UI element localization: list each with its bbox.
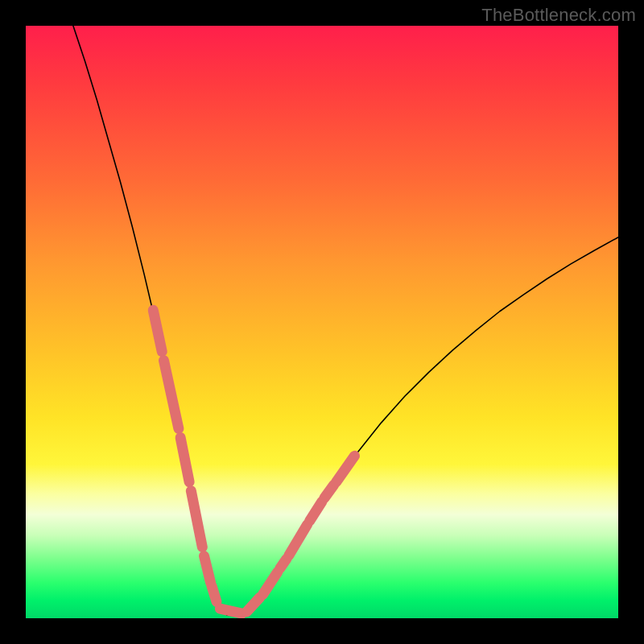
marker-dash (247, 597, 260, 612)
marker-dash (324, 485, 334, 497)
watermark-text: TheBottleneck.com (481, 5, 636, 26)
marker-dash (153, 310, 162, 352)
marker-dash (280, 559, 287, 568)
plot-svg (26, 26, 618, 618)
marker-dash (212, 586, 217, 601)
marker-dash (191, 491, 202, 547)
plot-area (26, 26, 618, 618)
marker-dash (180, 438, 189, 482)
marker-dash (310, 502, 322, 521)
marker-dash (262, 572, 277, 595)
marker-dashes (153, 310, 354, 613)
marker-dash (220, 609, 242, 613)
marker-dash (336, 456, 355, 481)
marker-dash (163, 361, 178, 429)
chart-frame: TheBottleneck.com (0, 0, 644, 644)
marker-dash (289, 525, 308, 555)
marker-dash (204, 556, 211, 583)
